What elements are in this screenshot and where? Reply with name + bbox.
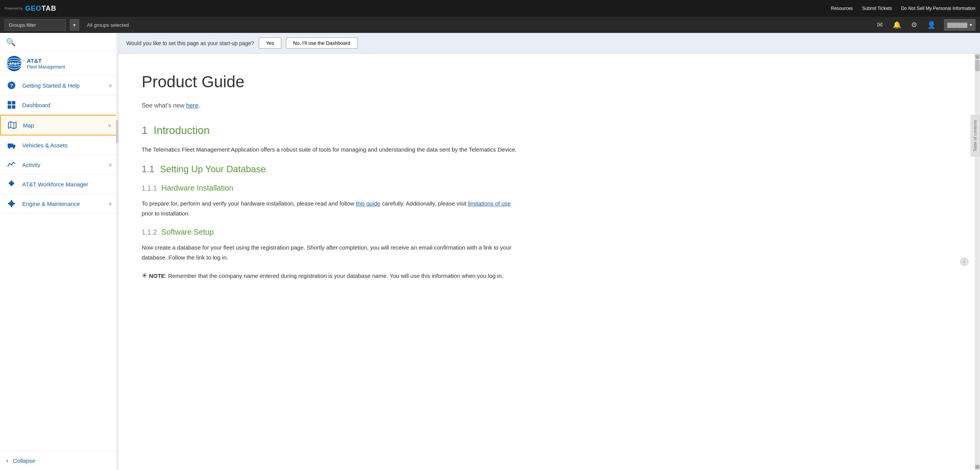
startup-no-btn[interactable]: No, I'll use the Dashboard bbox=[286, 38, 358, 49]
section1-1-title: Setting Up Your Database bbox=[160, 164, 266, 174]
envelope-icon: ✉ bbox=[877, 21, 883, 29]
section1-num: 1 bbox=[142, 124, 148, 136]
svg-rect-8 bbox=[12, 101, 15, 104]
powered-by-text: Powered by bbox=[5, 7, 23, 11]
section1-1-1-heading: 1.1.1 Hardware Installation bbox=[142, 182, 517, 194]
section1-1-num: 1.1 bbox=[142, 164, 154, 174]
svg-rect-14 bbox=[8, 144, 13, 147]
scroll-thumb[interactable] bbox=[975, 60, 980, 71]
s111-body-mid: carefully. Additionally, please visit bbox=[381, 200, 468, 207]
chevron-activity-icon: ∨ bbox=[108, 162, 112, 168]
sidebar-item-att-workforce-label: AT&T Workforce Manager bbox=[22, 181, 112, 188]
collapse-left-icon: ‹ bbox=[6, 457, 8, 465]
note-bold: NOTE bbox=[149, 273, 165, 279]
doc-content: Product Guide See what's new here. 1 Int… bbox=[119, 54, 540, 305]
doc-wrapper[interactable]: Product Guide See what's new here. 1 Int… bbox=[119, 54, 980, 470]
geotab-logo: GEOTAB bbox=[25, 5, 57, 13]
user-btn[interactable]: 👤 bbox=[926, 19, 937, 31]
chevron-down-icon: ▾ bbox=[73, 22, 76, 28]
section1-body: The Telematics Fleet Management Applicat… bbox=[142, 145, 517, 155]
sidebar-scrollbar-thumb bbox=[116, 120, 118, 143]
sidebar-item-att-workforce[interactable]: AT&T Workforce Manager bbox=[0, 175, 118, 194]
note-star: ✳ bbox=[142, 272, 147, 279]
collapse-label: Collapse bbox=[13, 457, 35, 464]
startup-bar: Would you like to set this page as your … bbox=[119, 33, 980, 54]
logo-area: Powered by GEOTAB bbox=[5, 5, 56, 13]
sidebar-search-area: 🔍 bbox=[0, 33, 118, 52]
section1-1-2-title: Software Setup bbox=[162, 228, 214, 236]
svg-rect-21 bbox=[8, 203, 10, 204]
svg-point-16 bbox=[8, 147, 10, 149]
subtitle-period: . bbox=[198, 102, 200, 109]
scroll-down-btn[interactable]: ▼ bbox=[975, 465, 980, 469]
sidebar-collapse-btn[interactable]: ‹ Collapse bbox=[0, 451, 118, 470]
scroll-up-btn[interactable]: ▲ bbox=[975, 54, 980, 59]
s111-body-prefix: To prepare for, perform and verify your … bbox=[142, 200, 356, 207]
help-circle-icon: ? bbox=[6, 81, 17, 90]
sub-header-icons: ✉ 🔔 ⚙ 👤 ▓▓▓▓▓▓ ▾ bbox=[875, 19, 976, 31]
content-area: Would you like to set this page as your … bbox=[119, 33, 980, 470]
map-icon bbox=[7, 121, 18, 129]
section1-1-2-num: 1.1.2 bbox=[142, 228, 157, 236]
sub-header: ▾ All groups selected ✉ 🔔 ⚙ 👤 ▓▓▓▓▓▓ ▾ bbox=[0, 17, 980, 33]
section1-1-1-title: Hardware Installation bbox=[162, 184, 234, 192]
user-dropdown[interactable]: ▓▓▓▓▓▓ ▾ bbox=[944, 19, 976, 31]
this-guide-link[interactable]: this guide bbox=[356, 200, 380, 207]
email-icon-btn[interactable]: ✉ bbox=[875, 19, 884, 31]
settings-btn[interactable]: ⚙ bbox=[910, 19, 919, 31]
gear-icon: ⚙ bbox=[911, 21, 917, 29]
sidebar-item-engine[interactable]: Engine & Maintenance ∨ bbox=[0, 194, 118, 214]
groups-all-text: All groups selected bbox=[87, 22, 129, 28]
submit-tickets-link[interactable]: Submit Tickets bbox=[862, 6, 892, 11]
section1-1-1-body: To prepare for, perform and verify your … bbox=[142, 199, 517, 218]
resources-link[interactable]: Resources bbox=[831, 6, 853, 11]
content-collapse-btn[interactable]: ‹ bbox=[960, 258, 969, 266]
top-bar-right: Resources Submit Tickets Do Not Sell My … bbox=[831, 6, 975, 11]
sidebar-item-map[interactable]: Map ∨ bbox=[0, 115, 118, 135]
sidebar-item-getting-started[interactable]: ? Getting Started & Help ∨ bbox=[0, 76, 118, 95]
chevron-getting-started-icon: ∨ bbox=[108, 82, 112, 88]
svg-rect-20 bbox=[11, 206, 12, 207]
sidebar-scrollbar-track bbox=[116, 33, 118, 470]
sidebar-item-dashboard[interactable]: Dashboard bbox=[0, 95, 118, 115]
subtitle-text: See what's new bbox=[142, 102, 186, 109]
svg-point-17 bbox=[13, 147, 15, 149]
truck-icon bbox=[6, 141, 17, 149]
note-block: ✳ NOTE: Remember that the company name e… bbox=[142, 270, 517, 282]
att-logo-icon: AT&T bbox=[6, 55, 22, 72]
brand-name: AT&T bbox=[27, 57, 65, 64]
notifications-btn[interactable]: 🔔 bbox=[891, 19, 903, 31]
groups-filter-input[interactable] bbox=[5, 19, 66, 31]
chevron-map-icon: ∨ bbox=[108, 122, 111, 128]
user-dropdown-chevron: ▾ bbox=[970, 22, 972, 28]
sidebar: 🔍 AT&T AT&T Fleet Management ? bbox=[0, 33, 119, 470]
subtitle-link[interactable]: here bbox=[186, 102, 198, 109]
sidebar-item-getting-started-label: Getting Started & Help bbox=[22, 82, 103, 89]
section1-1-1-num: 1.1.1 bbox=[142, 184, 157, 192]
sidebar-item-activity[interactable]: Activity ∨ bbox=[0, 155, 118, 175]
chevron-engine-icon: ∨ bbox=[108, 201, 112, 207]
sidebar-search-icon[interactable]: 🔍 bbox=[6, 38, 16, 46]
sidebar-item-activity-label: Activity bbox=[22, 162, 103, 168]
sidebar-item-map-label: Map bbox=[23, 122, 102, 129]
svg-rect-22 bbox=[13, 203, 15, 204]
section1-1-2-body: Now create a database for your fleet usi… bbox=[142, 243, 517, 262]
top-bar: Powered by GEOTAB Resources Submit Ticke… bbox=[0, 0, 980, 17]
svg-rect-18 bbox=[10, 202, 13, 206]
sidebar-brand: AT&T AT&T Fleet Management bbox=[0, 52, 118, 76]
limitations-link[interactable]: limitations of use bbox=[468, 200, 511, 207]
groups-filter-dropdown-btn[interactable]: ▾ bbox=[70, 19, 79, 31]
do-not-sell-link[interactable]: Do Not Sell My Personal Information bbox=[901, 6, 975, 11]
sidebar-item-dashboard-label: Dashboard bbox=[22, 102, 112, 108]
sidebar-item-vehicles[interactable]: Vehicles & Assets bbox=[0, 135, 118, 155]
brand-text: AT&T Fleet Management bbox=[27, 57, 65, 70]
startup-yes-btn[interactable]: Yes bbox=[259, 38, 281, 49]
main-layout: 🔍 AT&T AT&T Fleet Management ? bbox=[0, 33, 980, 470]
section1-heading: 1 Introduction bbox=[142, 122, 517, 139]
brand-sub: Fleet Management bbox=[27, 64, 65, 70]
doc-subtitle: See what's new here. bbox=[142, 101, 517, 111]
toc-tab[interactable]: Table of contents bbox=[970, 115, 980, 157]
note-text: : Remember that the company name entered… bbox=[165, 273, 503, 279]
engine-icon bbox=[6, 199, 17, 208]
user-dropdown-label: ▓▓▓▓▓▓ bbox=[947, 22, 968, 28]
